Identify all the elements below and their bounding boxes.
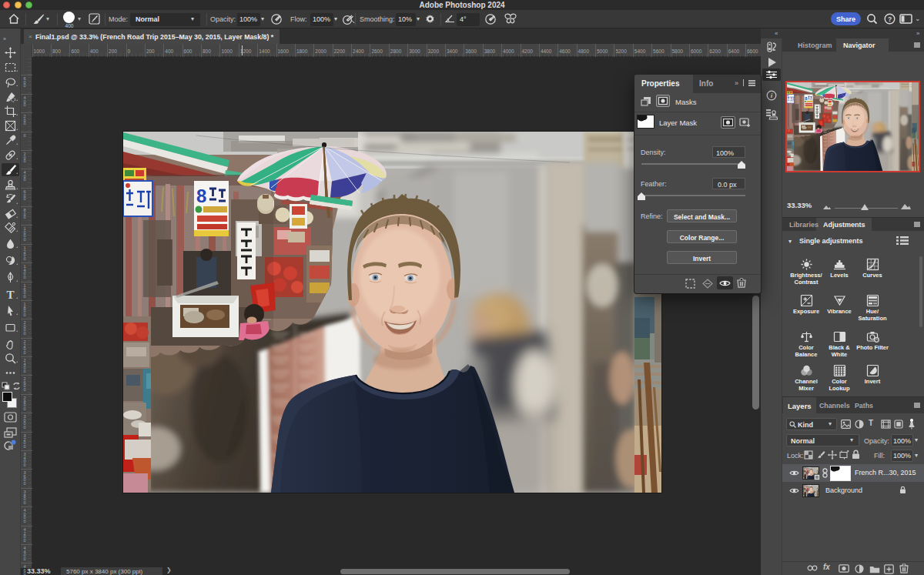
- svg-text:i: i: [771, 92, 773, 99]
- svg-text:T: T: [6, 289, 14, 300]
- svg-text:?: ?: [888, 15, 892, 23]
